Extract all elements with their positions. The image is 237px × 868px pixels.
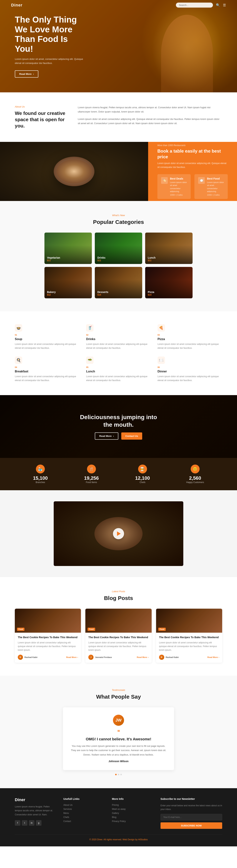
author-name: Jannatul Ferdaus — [95, 656, 112, 658]
stat-item: 👨‍🍳 12,100 Chefs — [135, 465, 150, 484]
category-card[interactable]: Desserts $14 — [95, 267, 142, 298]
footer-link[interactable]: Blog — [112, 816, 153, 818]
menu-item-name: Lunch — [86, 370, 151, 373]
testimonial-text: You may use this Lorem Ipsum generator t… — [70, 744, 167, 757]
newsletter-email-input[interactable] — [160, 814, 222, 820]
play-button[interactable] — [113, 528, 124, 539]
stat-label: Food Items — [84, 481, 99, 484]
more-info-title: More Info — [112, 798, 153, 800]
footer-link[interactable]: Contact — [63, 820, 104, 823]
footer: Diner Lorem ipsum viverra feugiat. Pelle… — [0, 788, 237, 846]
testimonial-dots — [15, 774, 222, 775]
blog-title: Blog Posts — [15, 595, 222, 601]
author-avatar: R — [18, 655, 23, 660]
category-card[interactable]: Vegetarian $11 — [45, 232, 92, 264]
menu-item-name: Dinner — [158, 370, 222, 373]
linkedin-icon[interactable]: in — [29, 820, 34, 826]
menu-item-icon: 🥗 — [86, 356, 94, 364]
blog-section: Latest Posts Blog Posts Food The Best Co… — [0, 577, 237, 676]
footer-link[interactable]: Pricing — [112, 804, 153, 806]
footer-link[interactable]: Services — [63, 808, 104, 810]
search-input[interactable] — [176, 3, 213, 7]
category-card[interactable]: Drinks $11 — [95, 232, 142, 264]
menu-item-desc: Lorem ipsum dolor sit amet consectetur a… — [86, 375, 151, 382]
stat-item: 🍴 19,256 Food Items — [84, 465, 99, 484]
menu-item-name: Breakfast — [15, 370, 79, 373]
facebook-icon[interactable]: f — [15, 820, 20, 826]
menu-item-icon: 🍕 — [158, 324, 165, 332]
search-icon[interactable]: 🔍 — [216, 3, 220, 7]
menu-item-name: Soup — [15, 338, 79, 341]
category-card[interactable]: Bakery $12 — [45, 267, 92, 298]
footer-link[interactable]: About Us — [63, 804, 104, 806]
read-more-link[interactable]: Read More › — [137, 656, 149, 658]
booking-desc: Lorem ipsum dolor sit amet consectetur a… — [157, 161, 228, 169]
stat-label: Happy Customers — [186, 481, 204, 484]
blog-author: R Rashad Kabir — [18, 655, 37, 660]
category-price: $11 — [47, 259, 60, 262]
stat-icon: 🏪 — [36, 465, 45, 473]
category-name: Vegetarian — [47, 256, 60, 259]
parallax-title: Deliciousness jumping into the mouth. — [80, 413, 157, 429]
category-info: Lunch $11 — [148, 256, 156, 262]
category-name: Pizza — [148, 290, 154, 293]
menu-item-icon: 🍳 — [15, 356, 22, 364]
booking-label: More than 1000 Restaurants — [157, 144, 228, 147]
blog-header: Latest Posts Blog Posts — [15, 590, 222, 601]
subscribe-button[interactable]: SUBSCRIBE NOW — [160, 823, 222, 829]
hamburger-icon[interactable]: ☰ — [223, 3, 226, 7]
menu-item-num: 04 — [15, 366, 79, 368]
footer-link[interactable]: Privacy Policy — [112, 820, 153, 823]
booking-card-food[interactable]: 🍽️ Best Food Lorem ipsum dolor sit amet … — [194, 174, 228, 199]
menu-item-name: Drinks — [86, 338, 151, 341]
parallax-contact-button[interactable]: Contact Us — [121, 432, 142, 440]
blog-card: Food The Best Cookie Recipes To Bake Thi… — [156, 609, 222, 663]
menu-section: 🍲 01 Soup Lorem ipsum dolor sit amet con… — [0, 311, 237, 395]
booking-cards: 🏷️ Best Deals Lorem ipsum dolor sit amet… — [157, 174, 228, 199]
dot-2[interactable] — [118, 774, 119, 775]
footer-link[interactable]: Meet us away — [112, 808, 153, 810]
read-more-button[interactable]: Read More › — [15, 70, 38, 78]
stat-icon: 🍴 — [87, 465, 96, 473]
menu-item-name: Pizza — [158, 338, 222, 341]
hero-content: The Only Thing We Love More Than Food Is… — [0, 15, 102, 78]
parallax-read-more-button[interactable]: Read More › — [95, 432, 118, 440]
footer-link[interactable]: Gallery — [112, 812, 153, 814]
blog-content: The Best Cookie Recipes To Bake This Wee… — [156, 633, 222, 663]
hero-description: Lorem ipsum dolor sit amet, consectetur … — [15, 57, 87, 65]
blog-content: The Best Cookie Recipes To Bake This Wee… — [85, 633, 152, 663]
footer-link[interactable]: Chefs — [63, 816, 104, 818]
menu-item-icon: 🍽️ — [158, 356, 165, 364]
footer-socials: f t in g — [15, 820, 56, 826]
about-title: We found our creative space that is open… — [15, 110, 67, 129]
category-card[interactable]: Lunch $11 — [145, 232, 192, 264]
category-info: Drinks $11 — [97, 256, 106, 262]
read-more-link[interactable]: Read More › — [66, 656, 78, 658]
menu-item: 🍕 03 Pizza Lorem ipsum dolor sit amet co… — [158, 324, 222, 350]
booking-image — [0, 142, 148, 201]
stat-number: 15,100 — [33, 475, 48, 481]
blog-footer: J Jannatul Ferdaus Read More › — [88, 655, 149, 660]
parallax-section: Deliciousness jumping into the mouth. Re… — [0, 395, 237, 458]
category-price: $11 — [97, 259, 106, 262]
menu-item-desc: Lorem ipsum dolor sit amet consectetur a… — [158, 342, 222, 350]
booking-card-food-info: Best Food Lorem ipsum dolor sit amet con… — [207, 177, 224, 196]
hero-image — [152, 4, 222, 92]
category-price: $11 — [148, 259, 156, 262]
arrow-icon: › — [33, 72, 34, 75]
menu-item: 🥗 05 Lunch Lorem ipsum dolor sit amet co… — [86, 356, 151, 382]
read-more-link[interactable]: Read More › — [207, 656, 219, 658]
google-icon[interactable]: g — [36, 820, 42, 826]
twitter-icon[interactable]: t — [22, 820, 27, 826]
footer-brand: Diner Lorem ipsum viverra feugiat. Pelle… — [15, 798, 56, 829]
footer-link[interactable]: Menu — [63, 812, 104, 814]
dot-1[interactable] — [115, 774, 117, 775]
category-info: Pizza $14 — [148, 290, 154, 296]
categories-label: What's New — [15, 214, 222, 217]
stat-number: 19,256 — [84, 475, 99, 481]
arrow-icon: › — [113, 435, 114, 437]
stat-item: 🏪 15,100 Branches — [33, 465, 48, 484]
category-card[interactable]: Pizza $14 — [145, 267, 192, 298]
booking-card-deals[interactable]: 🏷️ Best Deals Lorem ipsum dolor sit amet… — [157, 174, 191, 199]
dot-3[interactable] — [120, 774, 122, 775]
